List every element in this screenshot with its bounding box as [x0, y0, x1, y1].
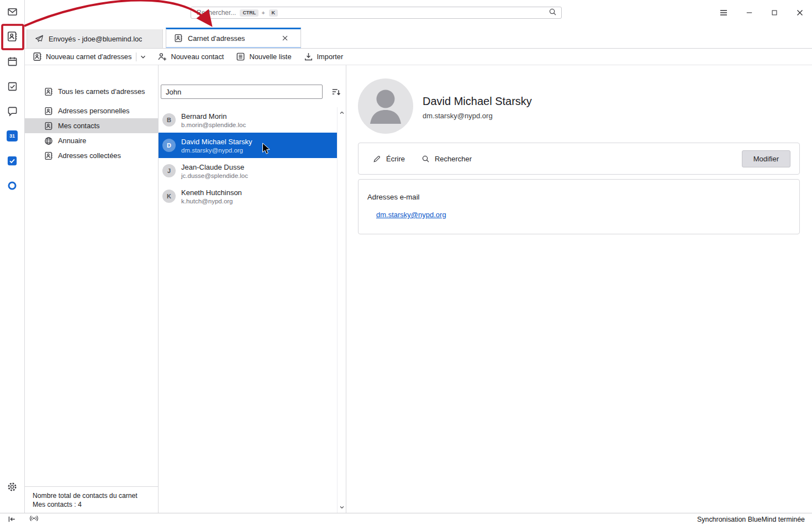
app-menu-button[interactable] — [715, 4, 732, 21]
global-search-field[interactable]: Rechercher... CTRL + K — [191, 7, 562, 19]
contact-email-link[interactable]: dm.starsky@nypd.org — [376, 211, 446, 219]
import-icon — [304, 52, 313, 61]
settings-gear-button[interactable] — [3, 477, 22, 496]
address-book-icon — [44, 122, 53, 130]
scroll-up-arrow[interactable] — [339, 109, 345, 116]
chevron-down-icon — [139, 53, 147, 61]
tasks-space-button[interactable] — [3, 77, 22, 96]
contact-row-bernard-morin[interactable]: B Bernard Morin b.morin@splendide.loc — [159, 107, 337, 133]
tab-envoyes[interactable]: Envoyés - jdoe@bluemind.loc — [27, 29, 163, 48]
dir-item-mes-contacts[interactable]: Mes contacts — [25, 118, 158, 133]
person-silhouette-icon — [358, 78, 413, 134]
import-button[interactable]: Importer — [299, 50, 348, 64]
main-column: Rechercher... CTRL + K Envoyés - jdoe@bl… — [25, 0, 812, 525]
dir-item-annuaire[interactable]: Annuaire — [25, 133, 158, 148]
dir-item-adresses-collectees[interactable]: Adresses collectées — [25, 148, 158, 163]
email-addresses-card: Adresses e-mail dm.starsky@nypd.org — [358, 179, 800, 234]
titlebar: Rechercher... CTRL + K — [25, 0, 812, 25]
close-icon — [281, 34, 289, 42]
contact-name: Keneth Hutchinson — [181, 188, 242, 197]
search-contact-button[interactable]: Rechercher — [416, 150, 477, 167]
address-books-pane: Tous les carnets d'adresses Adresses per… — [25, 65, 159, 513]
contact-name: Bernard Morin — [181, 112, 246, 120]
window-controls — [715, 0, 809, 25]
contact-rows: B Bernard Morin b.morin@splendide.loc D … — [159, 107, 337, 209]
pencil-icon — [373, 155, 381, 163]
contact-row-keneth-hutchinson[interactable]: K Keneth Hutchinson k.hutch@nypd.org — [159, 183, 337, 209]
global-search-placeholder: Rechercher... — [197, 9, 236, 17]
address-book-space-button[interactable] — [3, 27, 22, 46]
collapse-left-icon — [7, 514, 17, 524]
contact-photo-placeholder — [358, 78, 413, 134]
contact-details-pane: David Michael Starsky dm.starsky@nypd.or… — [346, 65, 812, 513]
chevron-down-icon — [339, 504, 345, 511]
new-address-book-split-button: Nouveau carnet d'adresses — [28, 50, 150, 64]
tab-carnet-adresses[interactable]: Carnet d'adresses — [166, 28, 301, 48]
edit-contact-button[interactable]: Modifier — [742, 150, 790, 167]
tab-envoyes-label: Envoyés - jdoe@bluemind.loc — [49, 35, 142, 43]
contact-email: dm.starsky@nypd.org — [181, 147, 252, 154]
spaces-toolbar: 31 — [0, 0, 25, 513]
avatar: B — [162, 113, 176, 127]
collapse-spaces-button[interactable] — [7, 514, 17, 524]
shortcut-plus: + — [261, 9, 265, 16]
new-address-book-dropdown[interactable] — [136, 51, 150, 63]
shortcut-ctrl-badge: CTRL — [240, 9, 259, 17]
address-book-icon — [44, 151, 53, 160]
broadcast-status-icon[interactable] — [29, 514, 39, 525]
contact-list-pane: B Bernard Morin b.morin@splendide.loc D … — [159, 65, 346, 513]
status-bar: Synchronisation BlueMind terminée — [0, 513, 812, 525]
contact-row-jean-claude-dusse[interactable]: J Jean-Claude Dusse jc.dusse@splendide.l… — [159, 158, 337, 183]
tab-carnet-label: Carnet d'adresses — [188, 34, 245, 43]
contact-email: k.hutch@nypd.org — [181, 198, 242, 204]
globe-icon — [44, 136, 53, 145]
tab-bar: Envoyés - jdoe@bluemind.loc Carnet d'adr… — [25, 25, 812, 49]
dir-gap — [25, 99, 158, 103]
contact-name: David Michael Starsky — [181, 138, 252, 146]
avatar: J — [162, 164, 176, 177]
contact-name: Jean-Claude Dusse — [181, 163, 248, 171]
display-options-button[interactable] — [330, 86, 342, 98]
address-book-icon — [174, 34, 183, 43]
content-area: Tous les carnets d'adresses Adresses per… — [25, 65, 812, 513]
new-list-button[interactable]: Nouvelle liste — [231, 50, 296, 64]
bluemind-ring-icon[interactable] — [3, 176, 22, 195]
new-address-book-button[interactable]: Nouveau carnet d'adresses — [28, 50, 136, 64]
contact-actions-card: Écrire Rechercher Modifier — [358, 143, 800, 175]
contacts-count-footer: Nombre total de contacts du carnet Mes c… — [25, 486, 158, 513]
sort-icon — [331, 87, 341, 97]
address-book-icon — [44, 107, 53, 116]
new-contact-button[interactable]: Nouveau contact — [153, 50, 228, 64]
contact-list-scrollbar[interactable] — [337, 107, 346, 513]
person-plus-icon — [157, 52, 167, 61]
dir-item-all-address-books[interactable]: Tous les carnets d'adresses — [25, 84, 158, 99]
write-button[interactable]: Écrire — [367, 150, 410, 167]
calendar-space-button[interactable] — [3, 52, 22, 71]
address-book-icon — [44, 87, 53, 96]
address-book-icon — [33, 52, 42, 61]
scroll-down-arrow[interactable] — [339, 504, 345, 511]
calendar-badge-31-icon[interactable]: 31 — [3, 127, 22, 145]
contact-email: jc.dusse@splendide.loc — [181, 172, 248, 179]
tasks-badge-icon[interactable] — [3, 151, 22, 170]
email-addresses-title: Adresses e-mail — [367, 193, 790, 201]
minimize-button[interactable] — [740, 4, 758, 21]
contact-search-input[interactable] — [161, 85, 323, 99]
contact-detail-email: dm.starsky@nypd.org — [423, 112, 532, 120]
mail-space-button[interactable] — [3, 2, 22, 21]
list-icon — [236, 52, 245, 61]
maximize-button[interactable] — [766, 4, 783, 21]
contact-detail-name: David Michael Starsky — [423, 95, 532, 108]
sync-status-text: Synchronisation BlueMind terminée — [697, 516, 805, 523]
contact-row-david-starsky[interactable]: D David Michael Starsky dm.starsky@nypd.… — [159, 133, 337, 158]
address-book-toolbar: Nouveau carnet d'adresses Nouveau contac… — [25, 49, 812, 65]
hamburger-icon — [719, 8, 728, 17]
search-icon — [549, 8, 557, 18]
tab-close-button[interactable] — [280, 33, 295, 43]
chat-space-button[interactable] — [3, 102, 22, 120]
search-icon — [421, 155, 430, 163]
close-button[interactable] — [791, 4, 809, 21]
avatar: D — [162, 139, 176, 152]
contact-list-header — [159, 65, 346, 107]
dir-item-adresses-personnelles[interactable]: Adresses personnelles — [25, 103, 158, 118]
